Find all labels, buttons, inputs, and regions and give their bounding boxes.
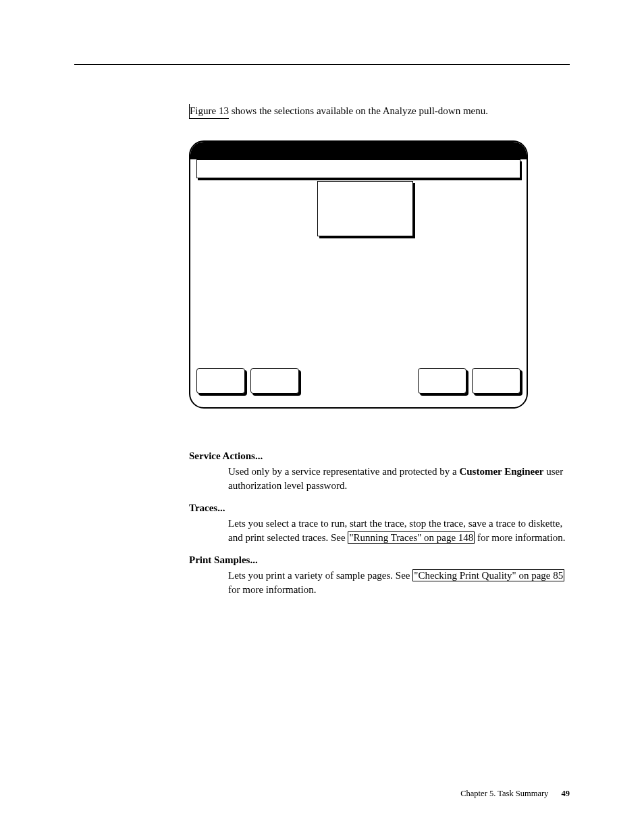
cross-reference-link[interactable]: "Checking Print Quality" on page 85 — [412, 569, 564, 581]
analyze-menu-figure — [189, 140, 528, 409]
button-1 — [196, 368, 245, 394]
bold-text: Customer Engineer — [459, 466, 543, 477]
definition-term: Print Samples... — [189, 553, 574, 567]
footer-chapter: Chapter 5. Task Summary — [460, 789, 548, 798]
definition-term: Service Actions... — [189, 449, 574, 463]
description-text: Lets you print a variety of sample pages… — [228, 570, 412, 581]
button-row — [196, 368, 520, 398]
button-4 — [472, 368, 520, 394]
definition-description: Used only by a service representative an… — [228, 465, 574, 493]
analyze-dropdown — [317, 181, 413, 236]
figure-13-link[interactable]: Figure 13 — [189, 104, 229, 119]
definition-description: Lets you print a variety of sample pages… — [228, 569, 574, 597]
definition-description: Lets you select a trace to run, start th… — [228, 517, 574, 545]
description-text: for more information. — [475, 532, 565, 543]
intro-text: shows the selections available on the An… — [229, 105, 488, 116]
cross-reference-link[interactable]: "Running Traces" on page 148 — [348, 531, 475, 544]
description-text: for more information. — [228, 584, 316, 595]
definition-list: Service Actions...Used only by a service… — [189, 449, 574, 597]
footer-page-number: 49 — [562, 789, 570, 798]
definition-term: Traces... — [189, 501, 574, 515]
top-rule — [74, 64, 570, 65]
menubar — [196, 159, 520, 178]
description-text: Used only by a service representative an… — [228, 466, 459, 477]
window-titlebar — [190, 142, 527, 159]
page-footer: Chapter 5. Task Summary 49 — [460, 789, 570, 799]
button-3 — [418, 368, 466, 394]
intro-paragraph: Figure 13 shows the selections available… — [189, 104, 574, 119]
button-2 — [250, 368, 299, 394]
